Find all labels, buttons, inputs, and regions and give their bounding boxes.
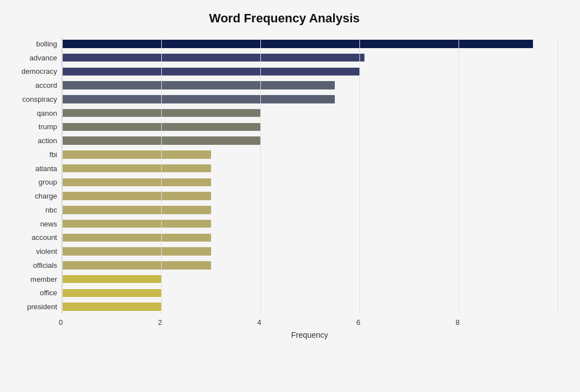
y-label: accord — [11, 78, 57, 92]
bar-row — [62, 148, 558, 162]
bar-row — [62, 244, 558, 258]
bar — [62, 234, 211, 242]
bar — [62, 220, 211, 228]
bar — [62, 261, 211, 270]
y-label: president — [11, 300, 57, 314]
bar — [62, 95, 335, 103]
bar-row — [62, 51, 558, 65]
y-label: group — [11, 176, 57, 190]
bar-row — [62, 134, 558, 148]
y-label: office — [11, 286, 57, 300]
bar-row — [62, 37, 558, 51]
bars-section: bollingadvancedemocracyaccordconspiracyq… — [11, 37, 558, 314]
y-label: news — [11, 217, 57, 231]
bar-row — [62, 217, 558, 231]
bar-row — [62, 272, 558, 286]
y-label: action — [11, 134, 57, 148]
bars-and-grid — [62, 37, 558, 314]
bar-row — [62, 78, 558, 92]
bar — [62, 54, 364, 62]
bar-row — [62, 162, 558, 176]
bar-row — [62, 300, 558, 314]
x-tick-label: 0 — [59, 318, 63, 327]
bar — [62, 178, 211, 187]
bar-row — [62, 92, 558, 106]
x-axis-label: Frequency — [11, 330, 558, 339]
bar — [62, 303, 161, 311]
bar — [62, 192, 211, 200]
y-label: bolling — [11, 37, 57, 51]
chart-title: Word Frequency Analysis — [11, 11, 558, 26]
bar — [62, 109, 260, 117]
bar-row — [62, 176, 558, 190]
bar-row — [62, 120, 558, 134]
bar-row — [62, 203, 558, 217]
bar-row — [62, 231, 558, 245]
bar — [62, 206, 211, 214]
chart-container: Word Frequency Analysis bollingadvancede… — [0, 0, 580, 392]
bar — [62, 40, 533, 48]
bar-row — [62, 258, 558, 272]
bar — [62, 247, 211, 256]
y-label: charge — [11, 189, 57, 203]
y-label: atlanta — [11, 162, 57, 176]
x-tick-label: 4 — [257, 318, 261, 327]
y-label: advance — [11, 51, 57, 65]
y-label: officials — [11, 258, 57, 272]
y-label: account — [11, 231, 57, 245]
bar — [62, 150, 211, 159]
bar-row — [62, 189, 558, 203]
grid-line — [558, 37, 558, 314]
bar-rows — [62, 37, 558, 314]
bar — [62, 68, 359, 76]
y-label: qanon — [11, 106, 57, 120]
x-axis: 02468 — [11, 316, 558, 327]
y-label: conspiracy — [11, 92, 57, 106]
x-tick-label: 6 — [357, 318, 361, 327]
bar — [62, 136, 260, 145]
bar-row — [62, 286, 558, 300]
y-label: nbc — [11, 203, 57, 217]
y-label: violent — [11, 244, 57, 258]
bar-row — [62, 65, 558, 79]
bar — [62, 123, 260, 131]
y-label: trump — [11, 120, 57, 134]
y-label: fbi — [11, 148, 57, 162]
bar — [62, 164, 211, 173]
y-labels: bollingadvancedemocracyaccordconspiracyq… — [11, 37, 62, 314]
chart-area: bollingadvancedemocracyaccordconspiracyq… — [11, 37, 558, 339]
bar-row — [62, 106, 558, 120]
x-tick-label: 2 — [158, 318, 162, 327]
y-label: democracy — [11, 65, 57, 79]
bar — [62, 81, 335, 89]
bar — [62, 275, 161, 284]
y-label: member — [11, 272, 57, 286]
x-tick-label: 8 — [456, 318, 460, 327]
bar — [62, 289, 161, 297]
x-tick-container: 02468 — [62, 316, 558, 327]
